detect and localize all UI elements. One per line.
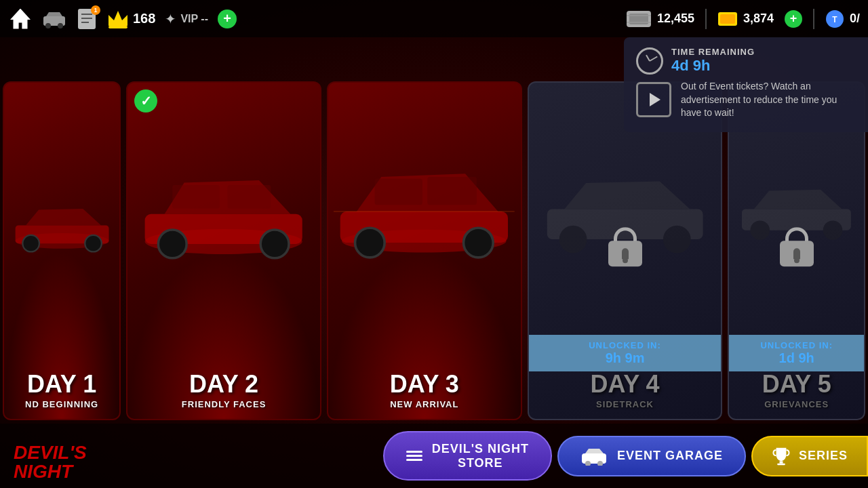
day4-bottom: DAY 4 SIDETRACK <box>529 365 722 419</box>
day2-subtitle: FRIENDLY FACES <box>136 399 312 409</box>
missions-button[interactable]: 1 <box>76 8 98 30</box>
day4-card[interactable]: UNLOCKED IN: 9h 9m DAY 4 SIDETRACK <box>528 81 723 420</box>
day3-number: DAY 3 <box>336 372 513 396</box>
store-label: DEVIL'S NIGHTSTORE <box>432 442 529 470</box>
svg-point-41 <box>663 225 691 253</box>
crown-group: 168 <box>107 9 155 28</box>
day5-lock <box>776 227 817 266</box>
day3-subtitle: NEW ARRIVAL <box>336 399 513 409</box>
day5-unlock-banner: UNLOCKED IN: 1d 9h <box>729 335 864 371</box>
svg-point-44 <box>751 220 770 240</box>
day4-subtitle: SIDETRACK <box>537 399 713 409</box>
check-icon: ✓ <box>140 93 152 109</box>
ad-text: Out of Event tickets? Watch an advertise… <box>681 80 856 120</box>
cash-icon <box>626 10 652 28</box>
garage-car-icon <box>580 447 608 466</box>
trophy-svg <box>772 447 791 466</box>
svg-point-28 <box>159 230 187 258</box>
lock-keyhole-day4 <box>622 248 629 259</box>
day4-unlock-label: UNLOCKED IN: <box>536 340 715 350</box>
cash-value: 12,455 <box>657 12 694 26</box>
day5-unlock-time: 1d 9h <box>736 350 857 366</box>
divider-2 <box>813 9 814 29</box>
ticket-count: 0/ <box>850 12 860 26</box>
day2-number: DAY 2 <box>136 372 312 396</box>
day5-card[interactable]: UNLOCKED IN: 1d 9h DAY 5 GRIEVANCES <box>728 81 865 420</box>
garage-label: EVENT GARAGE <box>617 449 723 463</box>
top-bar-left: 1 168 ✦ VIP -- + <box>8 7 237 31</box>
clock-icon <box>636 47 663 75</box>
svg-text:T: T <box>832 15 837 24</box>
gold-value: 3,874 <box>743 12 774 26</box>
top-bar-right: 12,455 3,874 + T 0/ <box>626 9 860 29</box>
bottom-bar: DEVIL'S NIGHT DEVIL'S NIGHTSTORE EVENT G… <box>0 424 868 488</box>
store-icon <box>406 451 422 461</box>
day5-number: DAY 5 <box>737 372 856 396</box>
day2-checkmark: ✓ <box>134 89 157 113</box>
day5-car <box>736 117 857 302</box>
lock-shackle-day4 <box>614 227 637 242</box>
fleur-icon: ✦ <box>165 11 176 27</box>
svg-rect-15 <box>720 14 735 24</box>
series-label: SERIES <box>799 449 848 463</box>
crown-icon <box>107 9 129 28</box>
add-gold-button[interactable]: + <box>785 10 802 28</box>
devils-text-line2: NIGHT <box>14 462 87 481</box>
vip-group: ✦ VIP -- <box>165 11 208 27</box>
svg-marker-47 <box>585 449 604 453</box>
store-line-3 <box>406 459 422 461</box>
svg-marker-20 <box>25 209 100 226</box>
svg-rect-9 <box>108 26 127 28</box>
ad-section[interactable]: Out of Event tickets? Watch an advertise… <box>636 80 856 120</box>
day3-car <box>334 110 515 312</box>
lock-shape-day5 <box>776 227 817 266</box>
time-label: TIME REMAINING <box>671 47 755 57</box>
store-line-1 <box>406 451 422 453</box>
time-panel: TIME REMAINING 4d 9h Out of Event ticket… <box>624 37 868 132</box>
add-vip-button[interactable]: + <box>218 9 237 28</box>
lock-body-day4 <box>608 241 642 266</box>
svg-rect-34 <box>428 177 477 205</box>
day3-card[interactable]: DAY 3 NEW ARRIVAL <box>327 81 522 420</box>
day1-car <box>10 133 114 318</box>
time-value: 4d 9h <box>671 57 755 75</box>
gold-icon <box>717 12 738 26</box>
store-line-2 <box>406 455 422 457</box>
home-button[interactable] <box>8 7 33 31</box>
devils-text-line1: DEVIL'S <box>14 443 87 462</box>
day5-bottom: DAY 5 GRIEVANCES <box>729 365 864 419</box>
car-button[interactable] <box>42 7 66 31</box>
garage-button[interactable]: EVENT GARAGE <box>557 436 746 476</box>
crown-count: 168 <box>133 11 155 26</box>
svg-point-3 <box>58 23 63 28</box>
svg-point-29 <box>261 230 290 258</box>
day1-bottom: DAY 1 ND BEGINNING <box>4 365 119 419</box>
missions-badge: 1 <box>91 5 100 15</box>
day5-unlock-label: UNLOCKED IN: <box>736 340 857 350</box>
svg-rect-27 <box>228 184 271 208</box>
series-button[interactable]: SERIES <box>751 436 868 476</box>
day1-subtitle: ND BEGINNING <box>12 399 111 409</box>
ticket-icon: T <box>825 9 844 28</box>
svg-marker-1 <box>46 12 62 16</box>
day1-card[interactable]: DAY 1 ND BEGINNING <box>3 81 121 420</box>
trophy-icon <box>772 447 791 466</box>
day4-lock <box>605 227 646 266</box>
play-icon <box>650 93 660 106</box>
svg-point-35 <box>355 228 385 258</box>
svg-point-40 <box>559 225 587 253</box>
day2-card[interactable]: ✓ DAY 2 FRIENDLY FACES <box>126 81 321 420</box>
day4-car <box>538 117 711 302</box>
day1-number: DAY 1 <box>12 372 111 396</box>
svg-rect-33 <box>375 178 422 205</box>
svg-marker-39 <box>564 181 690 209</box>
store-button[interactable]: DEVIL'S NIGHTSTORE <box>383 431 552 481</box>
svg-point-2 <box>45 23 51 28</box>
car-icon <box>42 9 66 28</box>
divider-1 <box>705 9 707 29</box>
day2-bottom: DAY 2 FRIENDLY FACES <box>127 365 320 419</box>
time-info: TIME REMAINING 4d 9h <box>671 47 755 75</box>
day4-unlock-banner: UNLOCKED IN: 9h 9m <box>529 335 722 371</box>
svg-point-36 <box>464 228 494 258</box>
day4-number: DAY 4 <box>537 372 713 396</box>
